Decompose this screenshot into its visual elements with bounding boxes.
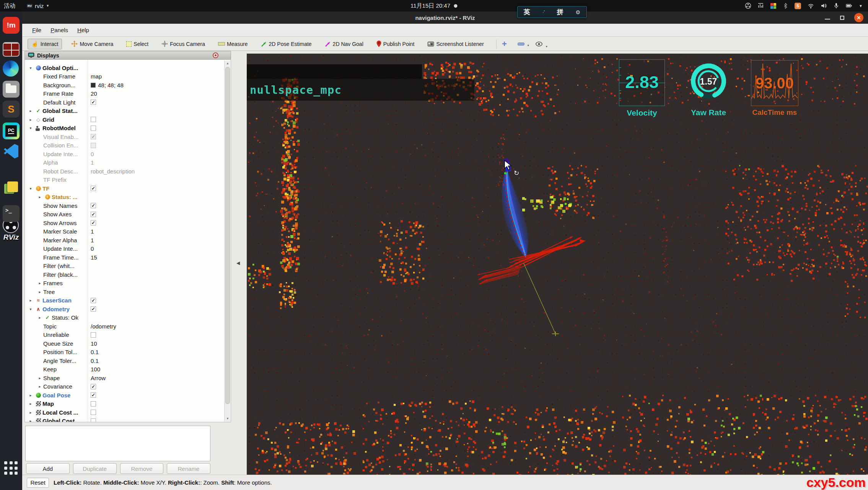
property-value[interactable]: robot_description (91, 168, 135, 175)
dock-item-rviz-logo[interactable]: RViz (3, 229, 20, 246)
checkbox[interactable] (91, 410, 96, 415)
tree-row[interactable]: ▸Local Cost ... (25, 408, 231, 417)
dock-item-edge-browser[interactable] (3, 60, 19, 77)
expander-icon[interactable]: ▸ (36, 376, 43, 380)
app-menu[interactable]: RV rviz ▼ (27, 3, 49, 9)
property-value[interactable]: 100 (91, 366, 100, 372)
remove-tool-button[interactable]: ▾ (518, 42, 524, 46)
tool-options-button[interactable]: ▾ (535, 41, 543, 47)
tree-row[interactable]: Backgroun...48; 48; 48 (25, 81, 231, 90)
gear-icon[interactable]: ⚙ (576, 9, 581, 15)
tree-row[interactable]: Position Tol...0.1 (25, 348, 231, 357)
activities-button[interactable]: 活动 (4, 2, 15, 10)
tool-move-camera[interactable]: Move Camera (67, 39, 117, 49)
reset-button[interactable]: Reset (27, 478, 49, 488)
tree-scrollbar[interactable]: ▲ ▼ (224, 60, 230, 421)
checkbox[interactable]: ✓ (91, 100, 96, 105)
remove-button[interactable]: Remove (120, 463, 164, 474)
close-button[interactable]: ✕ (854, 13, 863, 22)
checkbox[interactable] (91, 401, 96, 407)
scroll-up-icon[interactable]: ▲ (225, 60, 231, 66)
title-bar[interactable]: navigation.rviz* - RViz ✕ (22, 11, 868, 24)
tree-row[interactable]: Robot Desc...robot_description (25, 167, 231, 176)
tree-row[interactable]: ▸≈LaserScan✓ (25, 296, 231, 305)
expander-icon[interactable]: ▸ (36, 281, 43, 285)
checkbox[interactable]: ✓ (91, 306, 96, 312)
checkbox[interactable]: ✓ (91, 392, 96, 398)
scroll-down-icon[interactable]: ▼ (225, 416, 231, 421)
tree-row[interactable]: ▾∧Odometry✓ (25, 305, 231, 314)
tree-row[interactable]: Angle Toler...0.1 (25, 356, 231, 365)
expander-icon[interactable]: ▸ (27, 393, 34, 397)
checkbox[interactable] (91, 126, 96, 131)
tree-row[interactable]: ▸Global Cost... (25, 417, 231, 423)
tree-row[interactable]: Marker Alpha1 (25, 236, 231, 245)
checkbox[interactable]: ✓ (91, 212, 96, 217)
add-button[interactable]: Add (26, 463, 70, 474)
panel-close-icon[interactable] (213, 52, 218, 58)
property-value[interactable]: 1 (91, 228, 94, 235)
expander-icon[interactable]: ▾ (27, 66, 34, 70)
input-method-bar[interactable]: 英 ·' 拼 ⚙ (517, 6, 587, 18)
checkbox[interactable] (91, 117, 96, 122)
menu-panels[interactable]: Panels (47, 25, 71, 35)
dock-item-pycharm[interactable]: PC (3, 122, 20, 139)
tree-row[interactable]: Marker Scale1 (25, 227, 231, 236)
ime-punct-indicator[interactable]: ·' (542, 10, 545, 15)
tool-measure[interactable]: Measure (214, 39, 251, 49)
tree-row[interactable]: Queue Size10 (25, 339, 231, 348)
expander-icon[interactable]: ▸ (36, 384, 43, 389)
panel-collapse-handle[interactable]: ◀ (236, 260, 240, 266)
tree-row[interactable]: Alpha1 (25, 158, 231, 167)
system-tray[interactable]: S ▼ (745, 3, 863, 9)
checkbox[interactable]: ✓ (91, 298, 96, 303)
checkbox[interactable]: ✓ (91, 186, 96, 191)
tree-row[interactable]: Filter (whit... (25, 262, 231, 271)
tree-row[interactable]: Show Arrows✓ (25, 219, 231, 227)
tree-row[interactable]: ▸✓Status: Ok (25, 314, 231, 322)
tool-screenshot-listener[interactable]: Screenshot Listener (423, 39, 488, 49)
tree-row[interactable]: ▾Global Opti... (25, 64, 231, 72)
dock-item-vscode[interactable] (3, 143, 20, 160)
property-value[interactable]: 15 (91, 254, 97, 261)
expander-icon[interactable]: ▸ (27, 419, 34, 422)
show-applications-button[interactable] (4, 461, 18, 475)
dock-item-app-im[interactable]: !m (3, 17, 20, 34)
tree-row[interactable]: ▸Map (25, 400, 231, 408)
expander-icon[interactable]: ▸ (27, 109, 34, 113)
tool-select[interactable]: Select (122, 39, 152, 49)
dock-item-sticky-notes[interactable] (3, 180, 20, 197)
checkbox[interactable] (91, 143, 96, 148)
menu-help[interactable]: Help (74, 25, 92, 35)
checkbox[interactable]: ✓ (91, 220, 96, 225)
tree-row[interactable]: Default Light✓ (25, 98, 231, 107)
tree-row[interactable]: Unreliable (25, 331, 231, 340)
checkbox[interactable]: ✓ (91, 134, 96, 139)
expander-icon[interactable]: ▸ (27, 298, 34, 302)
expander-icon[interactable]: ▾ (27, 307, 34, 311)
property-value[interactable]: Arrow (91, 375, 106, 381)
expander-icon[interactable]: ▸ (36, 195, 43, 199)
tree-row[interactable]: Frame Time...15 (25, 253, 231, 262)
property-value[interactable]: 0.1 (91, 358, 99, 364)
expander-icon[interactable]: ▸ (36, 290, 43, 294)
rename-button[interactable]: Rename (167, 463, 210, 474)
tree-row[interactable]: Frame Rate20 (25, 90, 231, 98)
expander-icon[interactable]: ▸ (27, 410, 34, 415)
minimize-button[interactable] (825, 19, 830, 20)
property-value[interactable]: 10 (91, 340, 97, 347)
tool-2d-pose-estimate[interactable]: 2D Pose Estimate (257, 39, 316, 49)
maximize-button[interactable] (840, 16, 844, 20)
3d-viewport[interactable]: nullspace_mpc 2.83 Velocity 1.57 Yaw Rat… (247, 54, 868, 475)
tree-row[interactable]: ▸◇Grid (25, 115, 231, 124)
ime-pinyin-indicator[interactable]: 拼 (557, 8, 563, 16)
tree-row[interactable]: Fixed Framemap (25, 72, 231, 81)
tool-2d-nav-goal[interactable]: 2D Nav Goal (321, 39, 367, 49)
tree-row[interactable]: Keep100 (25, 365, 231, 374)
tree-row[interactable]: Show Names✓ (25, 201, 231, 210)
tree-row[interactable]: Topic/odometry (25, 322, 231, 331)
tool-publish-point[interactable]: Publish Point (373, 39, 419, 49)
clock[interactable]: 11月15日 20:47 (410, 2, 458, 10)
property-value[interactable]: 0 (91, 151, 94, 157)
scrollbar-thumb[interactable] (225, 67, 230, 404)
